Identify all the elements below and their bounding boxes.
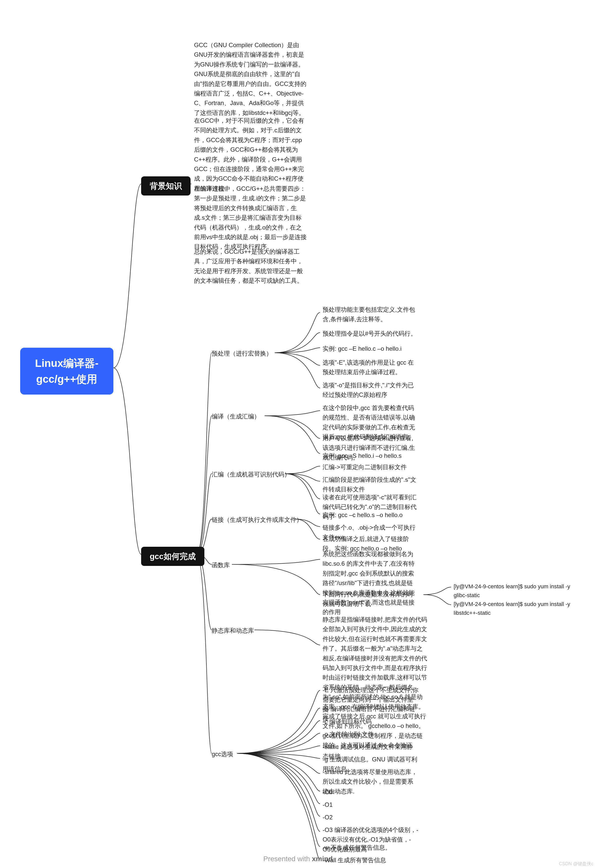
opt-leaf-12: -w 不生成任何警告信息。 <box>322 843 419 852</box>
watermark: CSDN @键盘侠c <box>559 861 593 867</box>
opt-leaf-10: -O2 <box>322 813 419 822</box>
asm-leaf-2: 汇编阶段是把编译阶段生成的".s"文件转成目标文件 <box>322 475 419 495</box>
topic-background[interactable]: 背景知识 <box>141 176 191 195</box>
root-node[interactable]: Linux编译器-gcc/g++使用 <box>20 348 113 394</box>
footer-brand: xmind <box>312 855 333 863</box>
bg-para-3: 在编译过程中，GCC/G++总共需要四步：第一步是预处理，生成.i的文件；第二步… <box>194 184 308 252</box>
opt-leaf-4: -o 文件输出到 文件 <box>322 729 419 739</box>
bg-para-2: 在GCC中，对于不同后缀的文件，它会有不同的处理方式。例如，对于.c后缀的文件，… <box>194 116 308 193</box>
asm-leaf-1: 汇编->可重定向二进制目标文件 <box>322 462 419 472</box>
sub-options[interactable]: gcc选项 <box>212 750 233 759</box>
sub-lib[interactable]: 函数库 <box>212 561 230 570</box>
footer: Presented with xmind <box>0 855 596 863</box>
compile-leaf-3: 实例: gcc –S hello.i –o hello.s <box>322 451 419 461</box>
pre-leaf-3: 实例: gcc –E hello.c –o hello.i <box>322 344 419 353</box>
pre-leaf-2: 预处理指令是以#号开头的代码行。 <box>322 329 419 338</box>
lib-leaf-2: 下面两行代码就是如果没有库的时候就可以自动下载 <box>322 590 419 609</box>
opt-leaf-3: -c 编译到目标代码 <box>322 717 419 726</box>
topic-gcc-how[interactable]: gcc如何完成 <box>141 547 204 566</box>
lib-cmd-2: [ly@VM-24-9-centos learn]$ sudo yum inst… <box>454 600 585 617</box>
sub-preprocess[interactable]: 预处理（进行宏替换） <box>212 349 272 358</box>
pre-leaf-4: 选项"-E",该选项的作用是让 gcc 在预处理结束后停止编译过程。 <box>322 358 419 377</box>
footer-text: Presented with <box>263 855 312 863</box>
asm-leaf-4: 实例: gcc –c hello.s –o hello.o <box>322 510 419 520</box>
pre-leaf-1: 预处理功能主要包括宏定义,文件包含,条件编译,去注释等。 <box>322 305 419 324</box>
opt-leaf-8: -O0 <box>322 787 419 797</box>
lib-cmd-1: [ly@VM-24-9-centos learn]$ sudo yum inst… <box>454 582 585 600</box>
sub-static[interactable]: 静态库和动态库 <box>212 626 254 635</box>
pre-leaf-5: 选项"-o"是指目标文件,".i"文件为已经过预处理的C原始程序 <box>322 381 419 400</box>
sub-asm[interactable]: 汇编（生成机器可识别代码） <box>212 470 290 479</box>
sub-compile[interactable]: 编译（生成汇编） <box>212 412 260 421</box>
bg-para-1: GCC（GNU Compiler Collection）是由GNU开发的编程语言… <box>194 40 308 118</box>
bg-para-4: 总的来说，GCC/G++是强大的编译器工具，广泛应用于各种编程环境和任务中，无论… <box>194 247 308 286</box>
opt-leaf-9: -O1 <box>322 800 419 809</box>
sub-link[interactable]: 链接（生成可执行文件或库文件） <box>212 515 302 524</box>
